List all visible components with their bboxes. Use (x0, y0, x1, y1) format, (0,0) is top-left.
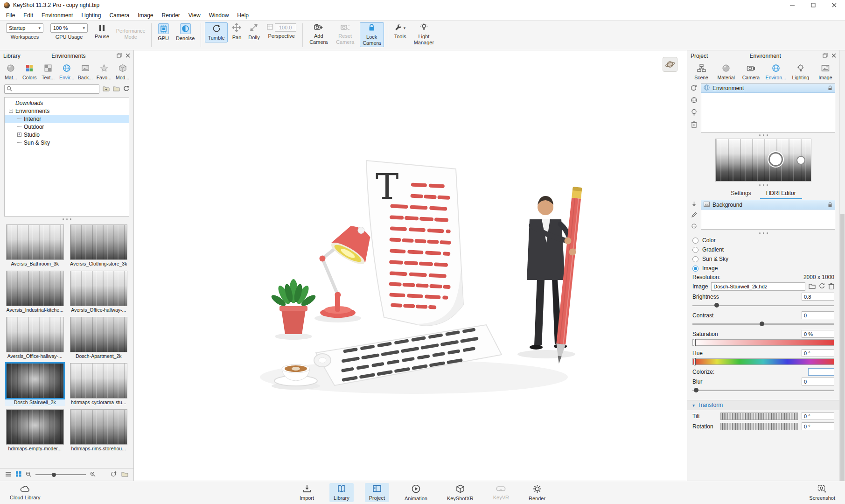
delete-environment-icon[interactable] (691, 121, 697, 129)
tab-models[interactable]: Mod... (113, 63, 132, 81)
add-pin-icon[interactable] (691, 223, 697, 231)
performance-mode-button[interactable]: Performance Mode (114, 22, 147, 41)
open-folder-icon[interactable] (121, 471, 128, 478)
lock-icon[interactable] (828, 202, 832, 207)
rotation-drag-bar[interactable] (720, 423, 798, 430)
animation-button[interactable]: Animation (400, 483, 432, 503)
edit-pen-icon[interactable] (691, 212, 697, 219)
close-button[interactable] (824, 0, 845, 10)
close-panel-icon[interactable] (831, 53, 836, 59)
gpu-usage-dropdown[interactable]: 100 %▾ (50, 23, 88, 33)
workspaces-dropdown[interactable]: Startup▾ (6, 23, 43, 33)
slider-handle[interactable] (760, 322, 764, 326)
expand-icon[interactable] (17, 133, 21, 137)
radio-icon[interactable] (692, 256, 698, 262)
library-button[interactable]: Library (329, 483, 354, 502)
import-folder-icon[interactable] (113, 86, 120, 93)
zoom-in-icon[interactable] (90, 471, 96, 478)
add-folder-icon[interactable] (103, 86, 110, 93)
gpu-toggle-button[interactable]: GPU (155, 22, 171, 42)
tab-material[interactable]: Material (714, 63, 738, 81)
slider-handle[interactable] (694, 358, 696, 365)
tab-scene[interactable]: Scene (689, 63, 713, 81)
tree-item-studio[interactable]: Studio (5, 131, 129, 139)
radio-icon[interactable] (692, 247, 698, 253)
tab-lighting[interactable]: Lighting (789, 63, 813, 81)
transform-section-header[interactable]: ▾ Transform (687, 400, 839, 410)
set-active-environment-icon[interactable] (691, 109, 698, 117)
browse-folder-icon[interactable] (809, 283, 816, 290)
menu-render[interactable]: Render (158, 11, 184, 20)
slider-handle[interactable] (694, 388, 698, 392)
collapse-icon[interactable] (9, 109, 13, 113)
env-type-sun-sky[interactable]: Sun & Sky (687, 254, 839, 264)
delete-image-icon[interactable] (828, 283, 834, 291)
tab-settings[interactable]: Settings (725, 189, 757, 199)
upload-environment-icon[interactable] (111, 471, 117, 478)
undock-panel-icon[interactable] (823, 53, 828, 59)
reset-camera-button[interactable]: Reset Camera (333, 22, 357, 46)
add-camera-button[interactable]: Add Camera (307, 22, 331, 46)
tools-button[interactable]: ▾ Tools (392, 22, 409, 41)
list-view-icon[interactable] (5, 471, 11, 478)
grid-view-icon[interactable] (15, 471, 21, 478)
dolly-tool-button[interactable]: Dolly (246, 22, 262, 42)
tab-backplates[interactable]: Back... (76, 63, 94, 81)
slider-handle[interactable] (694, 339, 696, 346)
zoom-out-icon[interactable] (26, 471, 31, 478)
blur-slider[interactable] (692, 387, 834, 393)
env-type-image[interactable]: Image (687, 264, 839, 273)
environment-gizmo-button[interactable] (663, 57, 677, 72)
env-type-gradient[interactable]: Gradient (687, 245, 839, 254)
scrollbar-thumb[interactable] (840, 214, 845, 481)
slider-handle[interactable] (714, 303, 719, 308)
thumbnail-aversis-office-hallway-1[interactable]: Aversis_Office-hallway-... (69, 270, 129, 314)
right-panel-scrollbar[interactable] (839, 50, 845, 481)
move-down-icon[interactable] (691, 201, 697, 208)
radio-icon[interactable] (692, 238, 698, 244)
menu-lighting[interactable]: Lighting (77, 11, 105, 20)
screenshot-button[interactable]: Screenshot (805, 483, 839, 502)
colorize-swatch[interactable] (808, 368, 834, 376)
lock-camera-button[interactable]: Lock Camera (360, 22, 384, 47)
brightness-value-input[interactable]: 0.8 (802, 293, 834, 301)
tab-environment[interactable]: Environ... (764, 63, 788, 81)
panel-splitter-handle[interactable] (0, 217, 133, 222)
reload-image-icon[interactable] (819, 283, 825, 290)
render-viewport[interactable]: T (134, 50, 687, 481)
contrast-value-input[interactable]: 0 (802, 311, 834, 319)
add-environment-icon[interactable] (691, 84, 698, 93)
undock-panel-icon[interactable] (117, 53, 122, 59)
tab-image[interactable]: Image (813, 63, 838, 81)
thumbnail-aversis-industrial-kitchen[interactable]: Aversis_Industrial-kitche... (5, 270, 65, 314)
panel-splitter-handle[interactable] (687, 133, 839, 138)
import-button[interactable]: Import (295, 483, 318, 502)
project-button[interactable]: Project (365, 483, 389, 502)
env-type-color[interactable]: Color (687, 236, 839, 245)
environment-list-item[interactable]: Environment (701, 84, 835, 93)
search-input[interactable] (14, 86, 97, 92)
pause-button[interactable]: Pause (92, 22, 112, 41)
tumble-tool-button[interactable]: Tumble (205, 22, 227, 42)
thumbnail-hdrmaps-cyclorama[interactable]: hdrmaps-cyclorama-stu... (69, 362, 129, 406)
menu-image[interactable]: Image (133, 11, 157, 20)
panel-splitter-handle[interactable] (687, 182, 839, 188)
thumbnail-aversis-bathroom[interactable]: Aversis_Bathroom_3k (5, 224, 65, 267)
keyvr-button[interactable]: KeyVR (489, 483, 513, 502)
hue-gradient-slider[interactable] (692, 358, 834, 365)
blur-value-input[interactable]: 0 (802, 378, 834, 385)
keyshotxr-button[interactable]: KeyShotXR (443, 483, 478, 503)
background-layer-item[interactable]: Background (701, 200, 835, 210)
close-panel-icon[interactable] (126, 53, 130, 59)
menu-environment[interactable]: Environment (37, 11, 77, 20)
perspective-control[interactable]: 100.0 Perspective (265, 22, 299, 40)
menu-help[interactable]: Help (233, 11, 253, 20)
render-button[interactable]: Render (524, 483, 550, 503)
duplicate-environment-icon[interactable] (691, 97, 698, 105)
tab-environments[interactable]: Envir... (58, 63, 76, 81)
panel-splitter-handle[interactable] (687, 231, 839, 236)
minimize-button[interactable] (782, 0, 803, 10)
menu-edit[interactable]: Edit (19, 11, 37, 20)
hdri-light-pin[interactable] (797, 157, 804, 164)
tab-materials[interactable]: Mat... (2, 63, 20, 81)
